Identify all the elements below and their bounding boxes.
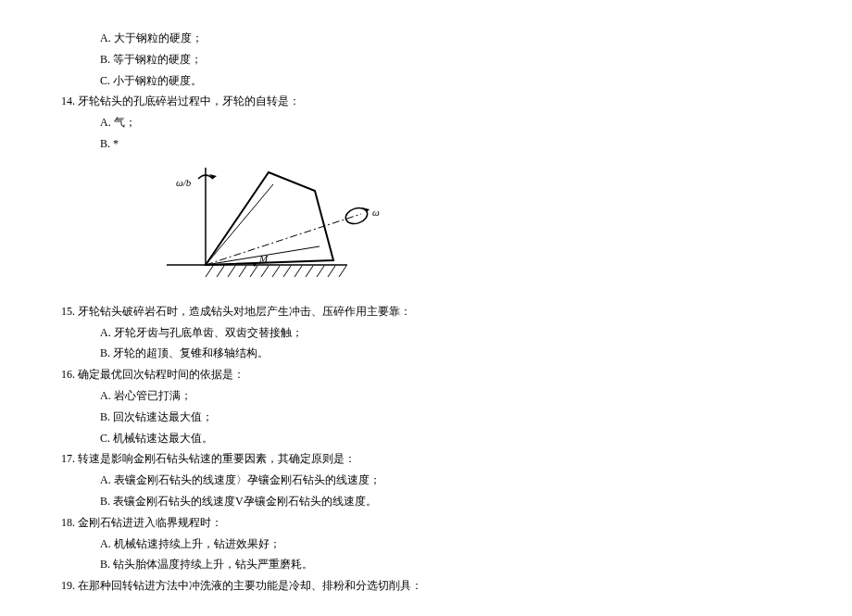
q15-option-b: B. 牙轮的超顶、复锥和移轴结构。 [56,343,796,364]
svg-line-7 [206,214,361,265]
svg-line-16 [261,266,269,277]
q16-option-b: B. 回次钻速达最大值； [56,407,796,428]
svg-line-13 [228,266,235,277]
q13-option-a: A. 大于钢粒的硬度； [56,28,796,49]
omega-label: ω [372,207,380,218]
svg-line-12 [217,266,224,277]
q15-text: 15. 牙轮钻头破碎岩石时，造成钻头对地层产生冲击、压碎作用主要靠： [56,301,796,322]
svg-line-17 [272,266,280,277]
svg-line-23 [339,266,346,277]
svg-line-14 [239,266,246,277]
svg-marker-2 [206,172,333,265]
q17-text: 17. 转速是影响金刚石钻头钻速的重要因素，其确定原则是： [56,448,796,470]
svg-line-20 [306,266,313,277]
q16-option-a: A. 岩心管已打满； [56,385,796,407]
svg-line-18 [283,266,291,277]
q14-text: 14. 牙轮钻头的孔底碎岩过程中，牙轮的自转是： [56,91,796,112]
q13-option-b: B. 等于钢粒的硬度； [56,49,796,70]
q18-option-a: A. 机械钻速持续上升，钻进效果好； [56,534,796,555]
svg-marker-9 [362,207,370,212]
q16-text: 16. 确定最优回次钻程时间的依据是： [56,364,796,385]
svg-line-15 [250,266,257,277]
svg-line-19 [294,266,302,277]
q17-option-a: A. 表镶金刚石钻头的线速度〉孕镶金刚石钻头的线速度； [56,470,796,491]
q18-text: 18. 金刚石钻进进入临界规程时： [56,512,796,534]
q16-option-c: C. 机械钻速达最大值。 [56,428,796,449]
svg-point-10 [254,263,257,266]
omega-b-label: ω/b [176,177,192,188]
svg-line-11 [206,266,213,277]
q17-option-b: B. 表镶金刚石钻头的线速度V孕镶金刚石钻头的线速度。 [56,491,796,512]
cone-diagram: ω/b ω M [56,158,796,297]
q19-text: 19. 在那种回转钻进方法中冲洗液的主要功能是冷却、排粉和分选切削具： [56,575,796,597]
q14-option-a: A. 气； [56,112,796,133]
q18-option-b: B. 钻头胎体温度持续上升，钻头严重磨耗。 [56,554,796,575]
q13-option-c: C. 小于钢粒的硬度。 [56,70,796,92]
q14-option-b: B. * [56,133,796,155]
svg-line-22 [328,266,335,277]
q15-option-a: A. 牙轮牙齿与孔底单齿、双齿交替接触； [56,322,796,344]
m-label: M [258,253,269,264]
svg-line-21 [317,266,324,277]
